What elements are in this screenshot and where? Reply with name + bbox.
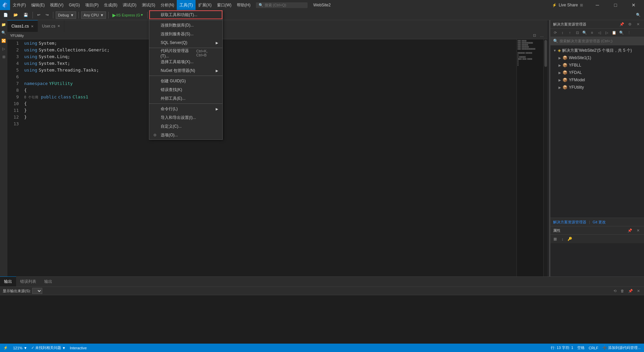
tools-menu-label-nuget: NuGet 包管理器(N) xyxy=(161,68,195,74)
menu-arrow-nuget: ▶ xyxy=(216,69,218,73)
tools-menu-label-get-tools: 获取工具和功能(T)... xyxy=(161,12,197,18)
tools-menu-label-code-snippets: 代码片段管理器(T)... xyxy=(161,48,196,58)
tools-menu-item-options[interactable]: ⚙选项(O)... xyxy=(149,131,222,139)
tools-menu-label-choose-toolbox: 选择工具箱项(X)... xyxy=(161,59,194,65)
tools-menu-item-customize[interactable]: 自定义(C)... xyxy=(149,122,222,131)
tools-menu-label-external-tools: 外部工具(E)... xyxy=(161,96,185,101)
tools-menu-item-connect-server[interactable]: 连接到服务器(S)... xyxy=(149,30,222,38)
tools-menu-label-sql-server: SQL Server(Q) xyxy=(161,40,187,45)
menu-sep-1 xyxy=(149,20,222,20)
menu-gear-icon: ⚙ xyxy=(153,133,159,137)
menu-sep-13 xyxy=(149,103,222,104)
menu-sep-9 xyxy=(149,76,222,76)
tools-menu-item-command-line[interactable]: 命令行(L)▶ xyxy=(149,104,222,113)
menu-arrow-command-line: ▶ xyxy=(216,107,218,111)
tools-menu-item-get-tools[interactable]: 获取工具和功能(T)... xyxy=(149,10,222,19)
tools-menu-item-error-lookup[interactable]: 错误查找(K) xyxy=(149,85,222,94)
menu-shortcut-code-snippets: Ctrl+K, Ctrl+B xyxy=(196,49,218,57)
menu-overlay[interactable]: 获取工具和功能(T)...连接到数据库(D)...连接到服务器(S)...SQL… xyxy=(0,0,644,352)
tools-menu-item-choose-toolbox[interactable]: 选择工具箱项(X)... xyxy=(149,57,222,66)
menu-arrow-sql-server: ▶ xyxy=(216,41,218,45)
tools-menu-label-customize: 自定义(C)... xyxy=(161,124,182,129)
tools-menu-item-connect-db[interactable]: 连接到数据库(D)... xyxy=(149,21,222,30)
tools-menu-item-nuget[interactable]: NuGet 包管理器(N)▶ xyxy=(149,66,222,75)
tools-menu-item-sql-server[interactable]: SQL Server(Q)▶ xyxy=(149,38,222,47)
tools-menu-label-options: 选项(O)... xyxy=(161,132,178,138)
tools-menu-label-import-export: 导入和导出设置(I)... xyxy=(161,115,196,121)
tools-menu-item-create-guid[interactable]: 创建 GUID(G) xyxy=(149,77,222,85)
tools-menu-label-connect-db: 连接到数据库(D)... xyxy=(161,23,194,28)
tools-menu-item-import-export[interactable]: 导入和导出设置(I)... xyxy=(149,113,222,122)
tools-menu-label-command-line: 命令行(L) xyxy=(161,106,178,112)
tools-menu-label-connect-server: 连接到服务器(S)... xyxy=(161,31,194,37)
tools-menu-item-external-tools[interactable]: 外部工具(E)... xyxy=(149,94,222,103)
tools-menu-item-code-snippets[interactable]: 代码片段管理器(T)...Ctrl+K, Ctrl+B xyxy=(149,49,222,57)
tools-menu-label-error-lookup: 错误查找(K) xyxy=(161,87,182,93)
tools-dropdown-menu: 获取工具和功能(T)...连接到数据库(D)...连接到服务器(S)...SQL… xyxy=(149,10,223,140)
tools-menu-label-create-guid: 创建 GUID(G) xyxy=(161,78,186,84)
